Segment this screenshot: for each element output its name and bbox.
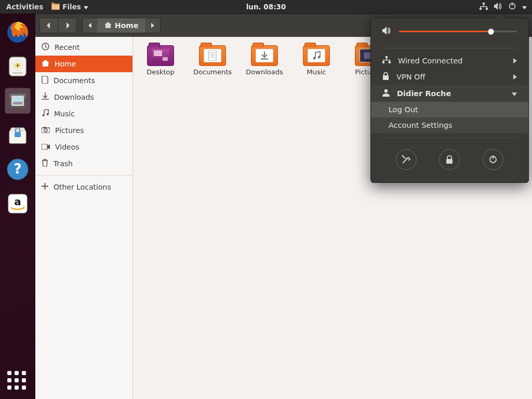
svg-rect-55 xyxy=(446,159,453,164)
svg-point-41 xyxy=(313,57,316,60)
menu-actions xyxy=(371,142,528,170)
power-button[interactable] xyxy=(483,149,503,170)
person-icon xyxy=(382,89,390,98)
trash-icon xyxy=(42,159,48,168)
svg-rect-50 xyxy=(383,60,383,62)
svg-point-42 xyxy=(318,56,321,59)
show-applications[interactable] xyxy=(7,371,28,392)
svg-rect-17 xyxy=(12,72,23,74)
menu-vpn[interactable]: VPN Off xyxy=(371,69,528,85)
svg-point-31 xyxy=(47,113,49,115)
chevron-right-icon xyxy=(513,73,517,81)
svg-rect-45 xyxy=(385,56,388,58)
dock-help[interactable]: ? xyxy=(5,157,30,182)
volume-icon xyxy=(382,26,392,36)
svg-rect-49 xyxy=(383,60,390,60)
svg-rect-36 xyxy=(209,50,216,61)
dock-amazon[interactable]: a xyxy=(5,191,30,216)
sidebar-item-other-locations[interactable]: Other Locations xyxy=(35,179,132,195)
menu-account-settings[interactable]: Account Settings xyxy=(371,117,528,133)
svg-point-34 xyxy=(44,129,47,132)
menu-logout-label: Log Out xyxy=(389,105,418,114)
svg-rect-11 xyxy=(512,3,513,6)
dock: ? a xyxy=(0,14,35,399)
menu-logout[interactable]: Log Out xyxy=(371,102,528,117)
sidebar-item-label: Recent xyxy=(55,43,79,51)
menu-user-label: Didier Roche xyxy=(397,89,451,98)
music-icon xyxy=(42,109,49,118)
back-button[interactable] xyxy=(39,18,58,33)
file-label: Documents xyxy=(193,68,232,76)
svg-rect-57 xyxy=(493,155,494,159)
sidebar-item-pictures[interactable]: Pictures xyxy=(35,122,132,139)
menu-separator xyxy=(382,137,517,138)
power-icon xyxy=(509,3,516,11)
files-app-icon xyxy=(51,3,60,11)
dock-software[interactable] xyxy=(5,123,30,148)
sidebar-item-documents[interactable]: Documents xyxy=(35,72,132,89)
volume-slider[interactable] xyxy=(399,31,517,32)
menu-user[interactable]: Didier Roche xyxy=(371,85,528,102)
svg-point-30 xyxy=(43,114,45,116)
top-panel: Activities Files lun. 08:30 xyxy=(0,0,532,14)
svg-rect-35 xyxy=(42,144,47,150)
file-documents[interactable]: Documents xyxy=(194,45,231,76)
dock-rhythmbox[interactable] xyxy=(5,54,30,79)
sidebar-item-music[interactable]: Music xyxy=(35,105,132,122)
sidebar-item-label: Pictures xyxy=(55,126,84,135)
volume-icon xyxy=(494,3,502,11)
download-icon xyxy=(42,92,49,102)
sidebar-item-recent[interactable]: Recent xyxy=(35,39,132,56)
svg-text:?: ? xyxy=(14,161,21,177)
home-icon xyxy=(104,21,112,30)
svg-rect-3 xyxy=(483,3,485,5)
svg-rect-51 xyxy=(389,60,390,62)
sidebar-item-label: Other Locations xyxy=(54,183,111,191)
network-icon xyxy=(480,3,488,11)
sidebar-item-trash[interactable]: Trash xyxy=(35,155,132,172)
sidebar-item-label: Music xyxy=(54,110,75,118)
sidebar-item-videos[interactable]: Videos xyxy=(35,139,132,155)
svg-rect-21 xyxy=(13,102,22,104)
menu-network[interactable]: Wired Connected xyxy=(371,52,528,69)
svg-rect-52 xyxy=(383,75,389,80)
sidebar-item-label: Home xyxy=(55,60,76,68)
settings-button[interactable] xyxy=(396,149,417,170)
clock-icon xyxy=(42,43,49,52)
sidebar-item-home[interactable]: Home xyxy=(35,56,132,72)
activities-label: Activities xyxy=(6,3,43,11)
chevron-down-icon xyxy=(512,89,517,98)
path-segment-home[interactable]: Home xyxy=(97,18,145,33)
file-music[interactable]: Music xyxy=(298,45,335,76)
document-icon xyxy=(42,76,48,85)
chevron-right-icon xyxy=(513,57,517,65)
app-menu[interactable]: Files xyxy=(51,3,88,11)
path-next-button[interactable] xyxy=(145,18,160,33)
clock[interactable]: lun. 08:30 xyxy=(246,3,286,11)
dock-files[interactable] xyxy=(5,88,30,113)
file-desktop[interactable]: Desktop xyxy=(142,45,179,76)
plus-icon xyxy=(42,183,48,191)
path-prev-button[interactable] xyxy=(83,18,97,33)
forward-button[interactable] xyxy=(58,18,77,33)
svg-point-54 xyxy=(402,155,403,157)
sidebar-item-label: Documents xyxy=(54,76,95,85)
svg-rect-22 xyxy=(13,97,22,101)
file-downloads[interactable]: Downloads xyxy=(246,45,283,76)
file-label: Downloads xyxy=(246,68,283,76)
file-label: Desktop xyxy=(147,68,175,76)
svg-point-53 xyxy=(384,89,388,93)
svg-rect-33 xyxy=(44,127,46,128)
path-bar: Home xyxy=(82,18,161,33)
sidebar-item-downloads[interactable]: Downloads xyxy=(35,89,132,105)
svg-rect-7 xyxy=(480,6,487,7)
svg-rect-2 xyxy=(52,5,59,9)
dock-firefox[interactable] xyxy=(5,20,30,45)
sidebar-item-label: Videos xyxy=(55,143,79,151)
activities-button[interactable]: Activities xyxy=(6,3,43,11)
system-indicators[interactable] xyxy=(480,3,527,11)
network-icon xyxy=(382,56,391,65)
sidebar-separator xyxy=(35,175,132,176)
menu-network-label: Wired Connected xyxy=(398,57,463,65)
lock-button[interactable] xyxy=(439,149,460,170)
